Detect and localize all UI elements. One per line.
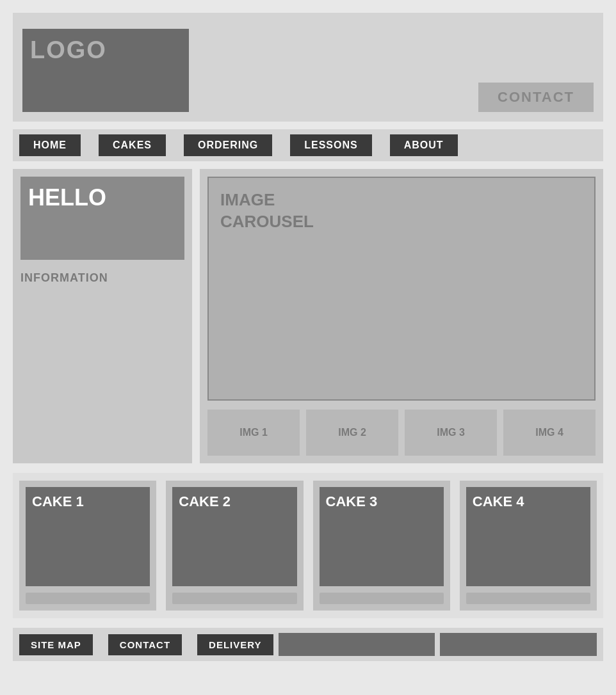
cake-bar-1 (26, 593, 150, 604)
footer-block-1 (279, 633, 435, 656)
carousel-thumb-1[interactable]: IMG 1 (207, 410, 300, 456)
thumb-label-1: IMG 1 (239, 427, 268, 438)
footer-block-2 (440, 633, 597, 656)
cake-title-2: CAKE 2 (179, 493, 231, 510)
cake-bar-4 (466, 593, 590, 604)
hello-text: HELLO (28, 184, 106, 211)
nav-item-home[interactable]: HOME (19, 134, 81, 156)
logo-box: LOGO (22, 29, 189, 112)
carousel-label: IMAGE CAROUSEL (220, 189, 314, 233)
nav-item-cakes[interactable]: CAKES (99, 134, 166, 156)
logo-text: LOGO (30, 36, 107, 64)
cake-image-4: CAKE 4 (466, 487, 590, 586)
left-panel: HELLO INFORMATION (13, 169, 192, 463)
carousel-main-display: IMAGE CAROUSEL (207, 177, 596, 401)
nav-item-about[interactable]: ABOUT (390, 134, 458, 156)
info-text: INFORMATION (20, 271, 184, 285)
cake-card-1[interactable]: CAKE 1 (19, 481, 156, 611)
carousel-thumb-3[interactable]: IMG 3 (405, 410, 497, 456)
cake-card-4[interactable]: CAKE 4 (460, 481, 597, 611)
thumb-label-3: IMG 3 (437, 427, 465, 438)
hello-box: HELLO (20, 177, 184, 260)
header-contact-button[interactable]: CONTACT (478, 83, 594, 112)
thumb-label-4: IMG 4 (535, 427, 563, 438)
carousel-panel: IMAGE CAROUSEL IMG 1 IMG 2 IMG 3 IMG 4 (200, 169, 603, 463)
cake-card-3[interactable]: CAKE 3 (313, 481, 450, 611)
footer: SITE MAP CONTACT DELIVERY (13, 628, 603, 661)
nav-item-lessons[interactable]: LESSONS (290, 134, 371, 156)
cake-card-2[interactable]: CAKE 2 (166, 481, 303, 611)
cake-image-2: CAKE 2 (172, 487, 296, 586)
cake-bar-3 (320, 593, 444, 604)
thumb-label-2: IMG 2 (338, 427, 366, 438)
cake-title-3: CAKE 3 (326, 493, 378, 510)
footer-sitemap-button[interactable]: SITE MAP (19, 634, 93, 655)
header: LOGO CONTACT (13, 13, 603, 122)
footer-contact-button[interactable]: CONTACT (108, 634, 182, 655)
carousel-thumb-4[interactable]: IMG 4 (503, 410, 596, 456)
cake-title-4: CAKE 4 (473, 493, 524, 510)
carousel-thumb-2[interactable]: IMG 2 (306, 410, 398, 456)
carousel-thumbnails: IMG 1 IMG 2 IMG 3 IMG 4 (207, 410, 596, 456)
cake-grid: CAKE 1 CAKE 2 CAKE 3 CAKE 4 (13, 473, 603, 618)
main-nav: HOME CAKES ORDERING LESSONS ABOUT (13, 129, 603, 161)
main-content: HELLO INFORMATION IMAGE CAROUSEL IMG 1 I… (13, 169, 603, 463)
footer-delivery-button[interactable]: DELIVERY (197, 634, 273, 655)
cake-bar-2 (172, 593, 296, 604)
nav-item-ordering[interactable]: ORDERING (184, 134, 272, 156)
cake-title-1: CAKE 1 (32, 493, 84, 510)
cake-image-3: CAKE 3 (320, 487, 444, 586)
cake-image-1: CAKE 1 (26, 487, 150, 586)
